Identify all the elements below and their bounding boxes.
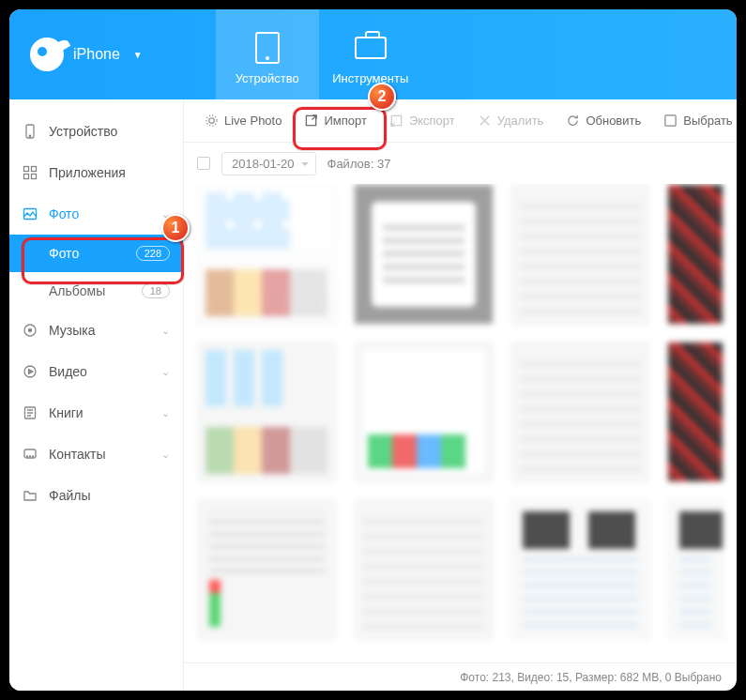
toolbar-label: Импорт (324, 114, 366, 128)
caret-down-icon: ▼ (133, 50, 143, 60)
music-icon (23, 323, 38, 338)
live-photo-icon (205, 114, 219, 128)
svg-point-8 (29, 329, 32, 332)
refresh-button[interactable]: Обновить (556, 108, 650, 133)
books-icon (23, 405, 38, 420)
photo-thumbnail[interactable] (354, 499, 494, 640)
photo-thumbnail[interactable] (354, 184, 494, 325)
photo-thumbnail[interactable] (510, 184, 650, 325)
svg-point-16 (206, 115, 217, 126)
svg-point-14 (33, 456, 34, 457)
date-value: 2018-01-20 (232, 157, 295, 171)
toolbar-label: Live Photo (224, 114, 282, 128)
app-logo-icon (30, 38, 64, 71)
sidebar-sub-label: Альбомы (49, 283, 105, 298)
checkbox-icon (663, 114, 677, 128)
photo-thumbnail[interactable] (197, 184, 337, 325)
import-button[interactable]: Импорт (295, 108, 375, 133)
export-icon (389, 114, 403, 128)
photo-icon (23, 206, 38, 221)
files-icon (23, 488, 38, 503)
sidebar-item-photo[interactable]: Фото ⌄ (9, 193, 183, 235)
refresh-icon (566, 114, 580, 128)
photo-thumbnail[interactable] (510, 342, 650, 482)
svg-point-13 (30, 456, 31, 457)
status-bar: Фото: 213, Видео: 15, Размер: 682 MB, 0 … (184, 662, 737, 691)
toolbar-label: Экспорт (409, 114, 455, 128)
select-all-button[interactable]: Выбрать все (654, 108, 737, 133)
chevron-down-icon: ⌄ (161, 407, 170, 419)
count-badge: 18 (142, 283, 170, 298)
sidebar-item-contacts[interactable]: Контакты ⌄ (9, 434, 183, 475)
sidebar-item-label: Приложения (49, 165, 126, 180)
sidebar-item-label: Видео (49, 364, 87, 379)
sidebar-item-label: Контакты (49, 447, 105, 462)
photo-thumbnail[interactable] (667, 184, 723, 325)
header-tab-label: Устройство (236, 71, 299, 85)
sidebar-item-music[interactable]: Музыка ⌄ (9, 310, 183, 351)
import-icon (304, 114, 318, 128)
header-tab-device[interactable]: Устройство (216, 9, 319, 99)
svg-rect-19 (665, 115, 676, 126)
svg-point-15 (209, 118, 215, 124)
device-icon (23, 124, 38, 139)
svg-rect-5 (32, 175, 37, 179)
svg-rect-3 (32, 167, 37, 172)
header-tab-tools[interactable]: Инструменты (319, 9, 422, 99)
chevron-down-icon: ⌄ (161, 208, 170, 221)
sidebar-item-books[interactable]: Книги ⌄ (9, 392, 183, 434)
sidebar-item-label: Устройство (49, 124, 117, 139)
header: iPhone ▼ Устройство Инструменты (9, 9, 737, 99)
export-button[interactable]: Экспорт (380, 108, 464, 133)
chevron-down-icon: ⌄ (161, 449, 170, 461)
header-tab-label: Инструменты (332, 71, 408, 85)
photo-thumbnail[interactable] (197, 342, 337, 482)
photo-thumbnail[interactable] (667, 499, 723, 640)
photo-thumbnail[interactable] (510, 499, 650, 640)
photo-thumbnail[interactable] (667, 342, 723, 482)
photo-grid (184, 184, 737, 662)
delete-icon (478, 114, 492, 128)
filter-bar: 2018-01-20 Файлов: 37 (184, 143, 737, 184)
sidebar-item-files[interactable]: Файлы (9, 475, 183, 516)
toolbar-label: Обновить (586, 114, 641, 128)
sidebar-sub-label: Фото (49, 246, 79, 261)
toolbar: Live Photo Импорт Экспорт (184, 99, 737, 143)
apps-icon (23, 165, 38, 180)
status-text: Фото: 213, Видео: 15, Размер: 682 MB, 0 … (460, 671, 722, 684)
tablet-icon (251, 30, 283, 66)
count-badge: 228 (136, 246, 170, 261)
sidebar-item-apps[interactable]: Приложения (9, 152, 183, 193)
sidebar-item-label: Музыка (49, 323, 96, 338)
sidebar-sub-photos[interactable]: Фото 228 (9, 235, 183, 272)
video-icon (23, 364, 38, 379)
select-all-checkbox[interactable] (197, 157, 210, 170)
main-content: Live Photo Импорт Экспорт (184, 99, 737, 691)
photo-thumbnail[interactable] (197, 499, 337, 640)
briefcase-icon (355, 30, 387, 66)
device-label: iPhone (73, 46, 120, 63)
contacts-icon (23, 447, 38, 462)
svg-point-12 (27, 456, 28, 457)
live-photo-button[interactable]: Live Photo (195, 108, 291, 133)
sidebar-item-label: Фото (49, 206, 79, 221)
svg-point-1 (29, 135, 31, 137)
sidebar: Устройство Приложения Фото ⌄ Фото 228 (9, 99, 184, 691)
sidebar-item-video[interactable]: Видео ⌄ (9, 351, 183, 392)
photo-thumbnail[interactable] (354, 342, 494, 482)
svg-rect-2 (24, 167, 29, 172)
toolbar-label: Выбрать все (683, 114, 737, 128)
sidebar-item-label: Книги (49, 405, 84, 420)
date-filter-select[interactable]: 2018-01-20 (221, 152, 316, 175)
sidebar-sub-albums[interactable]: Альбомы 18 (9, 272, 183, 310)
sidebar-item-label: Файлы (49, 488, 90, 503)
chevron-down-icon: ⌄ (161, 366, 170, 378)
toolbar-label: Удалить (497, 114, 544, 128)
delete-button[interactable]: Удалить (468, 108, 554, 133)
device-selector[interactable]: iPhone ▼ (9, 9, 160, 99)
file-count-label: Файлов: 37 (327, 157, 391, 171)
sidebar-item-device[interactable]: Устройство (9, 111, 183, 152)
svg-rect-4 (24, 175, 29, 179)
chevron-down-icon: ⌄ (161, 325, 170, 337)
